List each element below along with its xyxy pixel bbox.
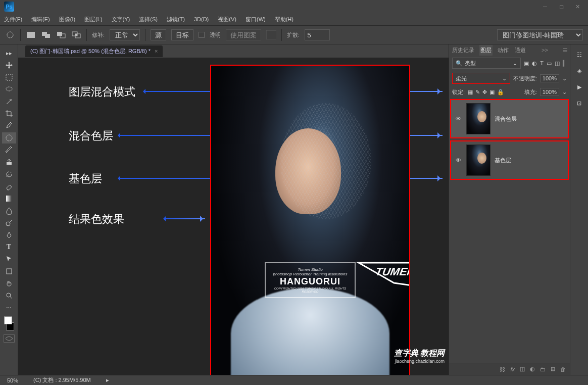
magic-wand-tool-icon[interactable] (2, 96, 16, 107)
intersect-selection-icon[interactable] (71, 30, 81, 40)
dodge-tool-icon[interactable] (2, 217, 16, 228)
tab-channels[interactable]: 通道 (514, 45, 527, 56)
filter-toggle-icon[interactable]: ▍ (563, 60, 567, 67)
fill-value[interactable]: 100% (540, 88, 559, 96)
opacity-value[interactable]: 100% (540, 74, 559, 82)
lock-transparent-icon[interactable]: ▦ (468, 89, 473, 95)
source-button[interactable]: 源 (151, 29, 166, 40)
crop-tool-icon[interactable] (2, 108, 16, 119)
close-tab-icon[interactable]: × (155, 48, 158, 54)
move-tool-icon[interactable] (2, 60, 16, 71)
foreground-color-swatch[interactable] (4, 316, 12, 324)
menu-layer[interactable]: 图层(L) (84, 16, 102, 23)
type-tool-icon[interactable]: T (2, 242, 16, 253)
eyedropper-tool-icon[interactable] (2, 120, 16, 131)
quick-mask-icon[interactable] (4, 334, 15, 343)
layer-name[interactable]: 混合色层 (495, 115, 517, 123)
lock-image-icon[interactable]: ✎ (475, 89, 480, 95)
maximize-button[interactable]: ◻ (558, 3, 565, 10)
document-info[interactable]: (C) 文档 : 2.95M/5.90M (33, 376, 91, 384)
new-selection-icon[interactable] (26, 30, 36, 40)
layer-visibility-icon[interactable]: 👁 (454, 116, 462, 122)
menu-window[interactable]: 窗口(W) (246, 16, 266, 23)
lock-artboard-icon[interactable]: ▣ (489, 89, 495, 95)
filter-smart-icon[interactable]: ◫ (555, 60, 560, 67)
layer-visibility-icon[interactable]: 👁 (454, 157, 462, 163)
diffuse-input[interactable] (305, 29, 330, 40)
workspace-select[interactable]: 图门修图培训-韩国瑞 (497, 29, 583, 40)
layer-item-base[interactable]: 👁 基色层 (450, 140, 569, 180)
blend-mode-select[interactable]: 柔光 ⌄ (452, 73, 510, 84)
menu-image[interactable]: 图像(I) (59, 16, 75, 23)
close-button[interactable]: ✕ (574, 3, 581, 10)
zoom-tool-icon[interactable] (2, 290, 16, 301)
pen-tool-icon[interactable] (2, 229, 16, 240)
repair-mode-select[interactable]: 正常 (110, 29, 140, 40)
expand-toolbox-icon[interactable]: ▸▸ (2, 47, 16, 59)
panel-expand-icon[interactable]: >> (542, 47, 548, 53)
edit-toolbar-icon[interactable]: ⋯ (2, 302, 16, 313)
use-pattern-button[interactable]: 使用图案 (226, 29, 261, 40)
history-brush-tool-icon[interactable] (2, 169, 16, 180)
minimize-button[interactable]: ─ (542, 3, 549, 10)
clone-stamp-tool-icon[interactable] (2, 157, 16, 168)
filter-adjustment-icon[interactable]: ◐ (532, 60, 537, 67)
filter-image-icon[interactable]: ▣ (524, 60, 529, 67)
hand-tool-icon[interactable] (2, 278, 16, 289)
tab-actions[interactable]: 动作 (497, 45, 510, 56)
document-tab[interactable]: (C) 图门-韩国瑞.psd @ 50% (混合色层, RGB/8) * × (25, 45, 163, 57)
target-button[interactable]: 目标 (171, 29, 193, 40)
layer-style-icon[interactable]: fx (510, 366, 515, 372)
menu-filter[interactable]: 滤镜(T) (167, 16, 185, 23)
tab-history[interactable]: 历史记录 (451, 45, 475, 56)
zoom-level[interactable]: 50% (7, 377, 18, 383)
menu-help[interactable]: 帮助(H) (275, 16, 293, 23)
menu-select[interactable]: 选择(S) (139, 16, 158, 23)
color-swatches[interactable] (2, 316, 16, 330)
tab-layers[interactable]: 图层 (479, 45, 493, 56)
shape-tool-icon[interactable] (2, 266, 16, 277)
patch-tool-icon[interactable] (2, 132, 16, 143)
chevron-down-icon[interactable]: ⌄ (562, 75, 567, 82)
canvas-content[interactable]: 图层混合模式 混合色层 基色层 结果色效果 Tumen Studio photo… (18, 58, 449, 375)
lock-all-icon[interactable]: 🔒 (497, 89, 504, 95)
new-layer-icon[interactable]: ⊞ (551, 366, 555, 372)
blur-tool-icon[interactable] (2, 205, 16, 216)
gradient-tool-icon[interactable] (2, 193, 16, 204)
marquee-tool-icon[interactable] (2, 72, 16, 83)
dock-navigator-icon[interactable]: ⊡ (573, 97, 585, 109)
menu-type[interactable]: 文字(Y) (112, 16, 130, 23)
layer-thumbnail[interactable] (466, 103, 491, 134)
menu-file[interactable]: 文件(F) (4, 16, 22, 23)
add-selection-icon[interactable] (41, 30, 51, 40)
menu-edit[interactable]: 编辑(E) (31, 16, 50, 23)
chevron-down-icon[interactable]: ⌄ (562, 89, 567, 95)
brush-tool-icon[interactable] (2, 145, 16, 156)
pattern-swatch-icon[interactable] (266, 30, 276, 40)
layer-name[interactable]: 基色层 (495, 157, 511, 164)
dock-properties-icon[interactable]: ☷ (573, 49, 585, 61)
layer-filter-type-select[interactable]: 🔍 类型 ⌄ (452, 58, 521, 69)
status-chevron-icon[interactable]: ▸ (106, 377, 109, 383)
current-tool-icon[interactable] (5, 30, 15, 40)
layer-thumbnail[interactable] (466, 145, 491, 176)
menu-3d[interactable]: 3D(D) (194, 16, 209, 22)
layer-item-blend[interactable]: 👁 混合色层 (450, 99, 569, 138)
link-layers-icon[interactable]: ⛓ (500, 366, 505, 372)
layer-mask-icon[interactable]: ◫ (520, 366, 525, 372)
lasso-tool-icon[interactable] (2, 84, 16, 95)
path-select-tool-icon[interactable] (2, 254, 16, 265)
eraser-tool-icon[interactable] (2, 181, 16, 192)
menu-view[interactable]: 视图(V) (218, 16, 236, 23)
filter-type-icon[interactable]: T (540, 60, 544, 67)
panel-menu-icon[interactable]: ☰ (563, 47, 568, 54)
delete-layer-icon[interactable]: 🗑 (560, 366, 566, 372)
dock-swatches-icon[interactable]: ◈ (573, 65, 585, 77)
lock-position-icon[interactable]: ✥ (482, 89, 487, 95)
transparent-checkbox[interactable] (199, 32, 205, 38)
dock-play-icon[interactable]: ▶ (573, 81, 585, 93)
filter-shape-icon[interactable]: ▭ (547, 60, 552, 67)
adjustment-layer-icon[interactable]: ◐ (530, 366, 535, 372)
new-group-icon[interactable]: 🗀 (540, 366, 546, 372)
subtract-selection-icon[interactable] (56, 30, 66, 40)
